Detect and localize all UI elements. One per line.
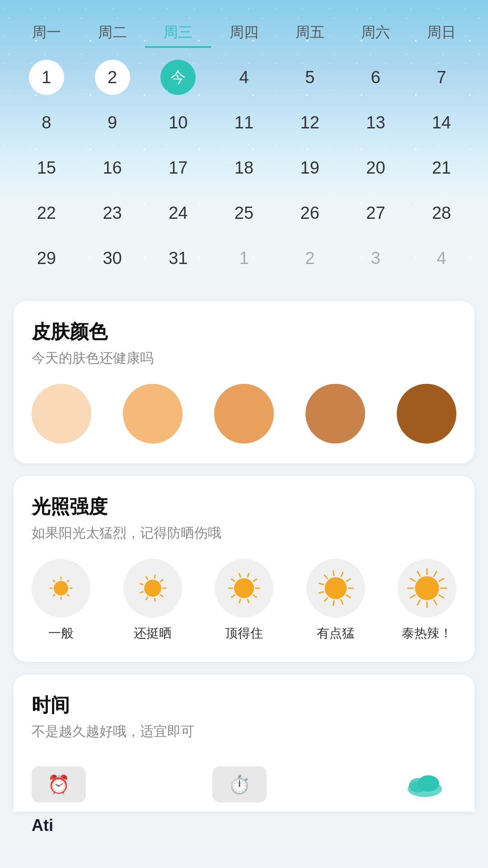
sun-items-container: 一般还挺晒顶得住有点猛泰热辣！ — [32, 559, 456, 642]
day-number[interactable]: 3 — [358, 241, 393, 276]
weekday-label: 周六 — [343, 18, 409, 48]
day-cell: 1 — [211, 238, 277, 278]
day-number[interactable]: 9 — [95, 105, 130, 140]
day-number[interactable]: 10 — [160, 105, 196, 140]
weekday-label: 周日 — [408, 18, 474, 48]
weekday-label: 周二 — [80, 18, 145, 48]
svg-line-54 — [439, 579, 444, 581]
skin-color-card: 皮肤颜色 今天的肤色还健康吗 — [14, 301, 474, 463]
calendar-section: 周一周二周三周四周五周六周日 12今4567891011121314151617… — [0, 0, 488, 288]
day-number[interactable]: 17 — [160, 150, 196, 185]
skin-circle-3[interactable] — [305, 384, 365, 443]
day-number[interactable]: 今 — [160, 60, 196, 95]
day-cell: 29 — [14, 238, 80, 278]
svg-line-26 — [231, 579, 234, 581]
day-cell: 4 — [408, 238, 474, 278]
skin-card-title: 皮肤颜色 — [32, 319, 456, 344]
day-number[interactable]: 31 — [160, 241, 196, 276]
day-cell: 15 — [14, 147, 80, 188]
sun-label-3: 有点猛 — [317, 625, 355, 642]
day-cell: 23 — [80, 193, 145, 233]
day-number[interactable]: 13 — [358, 105, 393, 140]
skin-circle-2[interactable] — [214, 384, 274, 443]
sun-label-4: 泰热辣！ — [402, 625, 452, 642]
day-number[interactable]: 7 — [424, 60, 459, 95]
svg-point-9 — [144, 580, 161, 597]
day-cell: 10 — [145, 102, 211, 143]
skin-circle-0[interactable] — [32, 384, 91, 443]
svg-line-50 — [410, 579, 415, 581]
sun-item-2[interactable]: 顶得住 — [215, 559, 273, 642]
time-card: 时间 不是越久越好哦，适宜即可 ⏰ ⏱️ — [14, 675, 474, 811]
day-cell: 9 — [80, 102, 145, 143]
day-number[interactable]: 24 — [160, 195, 196, 231]
day-number[interactable]: 14 — [424, 105, 459, 140]
day-number[interactable]: 4 — [226, 60, 262, 95]
day-number[interactable]: 27 — [358, 195, 393, 231]
day-cell: 2 — [277, 238, 343, 278]
day-number[interactable]: 15 — [29, 150, 64, 185]
day-number[interactable]: 12 — [292, 105, 328, 140]
time-icon-3 — [393, 766, 456, 802]
svg-line-6 — [53, 580, 55, 582]
svg-line-8 — [67, 580, 69, 582]
svg-line-36 — [319, 592, 324, 593]
day-cell: 4 — [211, 57, 277, 98]
day-number[interactable]: 2 — [95, 60, 130, 95]
sun-item-1[interactable]: 还挺晒 — [123, 559, 182, 642]
day-cell: 11 — [211, 102, 277, 143]
svg-line-13 — [146, 597, 147, 599]
day-number[interactable]: 4 — [424, 241, 459, 276]
day-cell: 1 — [14, 57, 80, 98]
day-number[interactable]: 16 — [95, 150, 130, 185]
day-number[interactable]: 19 — [292, 150, 328, 185]
weekday-label: 周三 — [145, 18, 211, 48]
weekdays-row: 周一周二周三周四周五周六周日 — [14, 18, 474, 48]
day-cell: 16 — [80, 147, 145, 188]
day-number[interactable]: 23 — [95, 195, 130, 231]
skin-circle-1[interactable] — [123, 384, 183, 443]
skin-circle-4[interactable] — [397, 384, 456, 443]
svg-line-11 — [160, 595, 163, 597]
svg-point-30 — [324, 577, 347, 599]
day-cell: 25 — [211, 193, 277, 233]
day-cell: 22 — [14, 193, 80, 233]
svg-point-57 — [418, 775, 439, 792]
sun-item-3[interactable]: 有点猛 — [306, 559, 365, 642]
day-number[interactable]: 30 — [95, 241, 130, 276]
svg-line-12 — [154, 599, 155, 601]
light-intensity-card: 光照强度 如果阳光太猛烈，记得防晒伤哦 一般还挺晒顶得住有点猛泰热辣！ — [14, 476, 474, 662]
day-number[interactable]: 8 — [29, 105, 64, 140]
day-number[interactable]: 20 — [358, 150, 393, 185]
svg-line-24 — [231, 595, 234, 597]
sun-item-4[interactable]: 泰热辣！ — [398, 559, 456, 642]
day-number[interactable]: 28 — [424, 195, 459, 231]
day-cell: 19 — [277, 147, 343, 188]
time-icon-1[interactable]: ⏰ — [32, 766, 86, 802]
day-number[interactable]: 21 — [424, 150, 459, 185]
day-number[interactable]: 18 — [226, 150, 262, 185]
svg-line-37 — [319, 583, 324, 585]
day-number[interactable]: 25 — [226, 195, 262, 231]
day-number[interactable]: 26 — [292, 195, 328, 231]
day-number[interactable]: 2 — [292, 241, 328, 276]
day-number[interactable]: 1 — [29, 60, 64, 95]
day-number[interactable]: 5 — [292, 60, 328, 95]
weekday-label: 周四 — [211, 18, 277, 48]
svg-line-2 — [67, 594, 69, 596]
time-card-subtitle: 不是越久越好哦，适宜即可 — [32, 722, 456, 741]
sun-circle-1 — [123, 559, 182, 618]
svg-line-21 — [253, 595, 256, 597]
svg-line-28 — [248, 574, 249, 577]
ati-label: Ati — [32, 816, 53, 835]
weekday-label: 周五 — [277, 18, 343, 48]
day-number[interactable]: 22 — [29, 195, 64, 231]
day-number[interactable]: 1 — [226, 241, 262, 276]
sun-item-0[interactable]: 一般 — [32, 559, 90, 642]
day-number[interactable]: 29 — [29, 241, 64, 276]
time-icon-2[interactable]: ⏱️ — [212, 766, 267, 802]
day-cell: 8 — [14, 102, 80, 143]
day-cell: 14 — [408, 102, 474, 143]
day-number[interactable]: 6 — [358, 60, 393, 95]
day-number[interactable]: 11 — [226, 105, 262, 140]
